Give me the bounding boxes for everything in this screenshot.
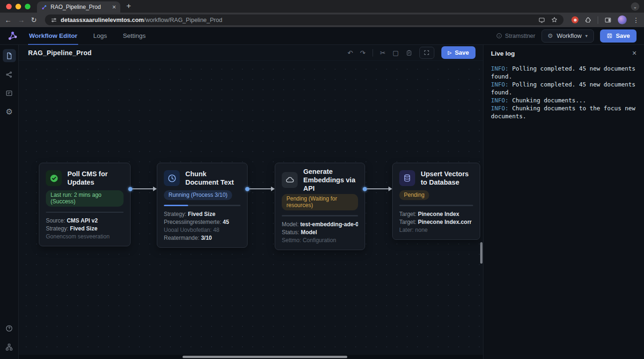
- toolbar-divider: [598, 16, 598, 24]
- node-title: Poll CMS for Updates: [67, 170, 124, 187]
- status-indicator[interactable]: Stramsttner: [496, 33, 535, 39]
- status-indicator-label: Stramsttner: [505, 33, 535, 39]
- workflow-node[interactable]: Upsert Vectors to DatabasePendingTarget:…: [392, 163, 480, 240]
- redo-icon[interactable]: ↷: [360, 50, 366, 56]
- check-circle-icon: [46, 170, 62, 186]
- connector-port-dot[interactable]: [245, 187, 249, 191]
- tab-favicon-icon: [41, 4, 47, 10]
- sidebar-item-integrations[interactable]: [3, 340, 16, 353]
- extensions-puzzle-icon[interactable]: [585, 16, 592, 23]
- browser-tab[interactable]: RAO_Pipeline_Prod ×: [37, 1, 120, 13]
- sidebar-item-flows[interactable]: [3, 68, 16, 81]
- document-icon: [5, 52, 13, 60]
- node-detail-row: Source: CMS API v2: [46, 217, 124, 224]
- connector-arrow-icon: [388, 187, 392, 191]
- node-detail-row: Precessiingrestemerte: 45: [164, 219, 241, 226]
- node-detail-row: Strategy: Fived Size: [164, 211, 241, 218]
- canvas-save-button[interactable]: ▷ Save: [441, 46, 476, 59]
- connector-port-dot[interactable]: [128, 187, 132, 191]
- reload-icon[interactable]: ↻: [31, 16, 37, 23]
- node-progress-fill: [164, 205, 188, 206]
- workflow-gear-icon: ⚙: [548, 33, 553, 39]
- workflow-title: RAG_Pipeline_Prod: [28, 49, 92, 57]
- sidebar-item-settings[interactable]: ⚙: [3, 105, 16, 118]
- tab-search-button[interactable]: ⌄: [631, 2, 639, 11]
- connector-arrow-icon: [153, 187, 157, 191]
- toolbar-divider: [373, 49, 373, 57]
- tab-settings[interactable]: Settings: [122, 27, 147, 45]
- node-detail-row: Status: Model: [282, 229, 358, 236]
- vertical-scrollbar-thumb[interactable]: [480, 242, 483, 264]
- node-detail-row: Model: test-embedding-ade-002: [282, 221, 358, 228]
- workflow-menu-label: Workflow: [556, 32, 581, 39]
- gear-icon: ⚙: [6, 108, 13, 116]
- cut-icon[interactable]: ✂: [380, 50, 386, 56]
- sidebar-item-documents[interactable]: [3, 49, 16, 62]
- live-log-panel: Live log × INFO: Polling completed. 45 n…: [483, 45, 644, 359]
- chevron-down-icon: ▾: [585, 33, 588, 38]
- tab-logs[interactable]: Logs: [92, 27, 108, 45]
- workflow-node[interactable]: Chunk Document TextRunning (Process 3/10…: [157, 163, 248, 248]
- save-icon: [607, 33, 613, 39]
- node-detail-row: Settmo: Configuration: [282, 237, 358, 244]
- workflow-menu-button[interactable]: ⚙ Workflow ▾: [542, 29, 594, 43]
- site-info-icon[interactable]: [51, 17, 57, 23]
- node-detail-row: Gonencsom sesveeration: [46, 233, 124, 240]
- canvas-toolbar: RAG_Pipeline_Prod ↶ ↷ ✂ ▢ ▷ Save: [19, 45, 483, 61]
- node-details: Source: CMS API v2Strategy: Fived SizeGo…: [46, 217, 124, 240]
- fit-view-button[interactable]: [419, 47, 434, 59]
- close-icon[interactable]: ×: [632, 50, 637, 57]
- node-detail-row: Target: Pinecone Index: [399, 211, 473, 218]
- play-icon: ▷: [448, 50, 452, 55]
- node-detail-row: Strategy: Fived Size: [46, 225, 124, 232]
- fit-view-icon: [424, 50, 430, 56]
- canvas-body[interactable]: Poll CMS for UpdatesLast run: 2 mins ago…: [19, 61, 483, 359]
- forward-icon[interactable]: →: [18, 16, 25, 23]
- node-title: Generate Embeddings via API: [303, 167, 358, 193]
- node-status-badge: Pending (Waiting for resources): [282, 194, 358, 210]
- window-controls: [0, 4, 37, 13]
- tab-cast-icon[interactable]: [538, 16, 545, 23]
- header-save-button[interactable]: Save: [600, 29, 637, 43]
- browser-menu-icon[interactable]: ⋮: [633, 16, 639, 24]
- side-panel-icon[interactable]: [604, 16, 612, 24]
- undo-icon[interactable]: ↶: [347, 50, 353, 56]
- log-entry: INFO: Chunking documents to the focus ne…: [491, 104, 637, 120]
- back-icon[interactable]: ←: [5, 16, 12, 23]
- app-logo-icon[interactable]: [7, 27, 18, 44]
- log-entries: INFO: Polling completed. 45 new document…: [483, 62, 644, 123]
- node-detail-row: Target: Pinecone Index.corr: [399, 219, 473, 226]
- tab-close-icon[interactable]: ×: [112, 4, 116, 10]
- tab-workflow-editor[interactable]: Workflow Editor: [28, 27, 78, 45]
- node-detail-row: Reatermande: 3/10: [164, 235, 241, 242]
- profile-avatar[interactable]: [618, 15, 627, 24]
- minimize-window-button[interactable]: [15, 4, 21, 9]
- canvas-save-label: Save: [455, 49, 469, 56]
- frame-icon[interactable]: ▢: [393, 50, 399, 56]
- node-status-badge: Running (Process 3/10): [164, 190, 232, 200]
- log-entry: INFO: Polling completed. 45 new document…: [491, 80, 637, 96]
- adblock-extension-icon[interactable]: [571, 16, 578, 23]
- connector-port-dot[interactable]: [363, 187, 367, 191]
- sidebar-item-panel[interactable]: [3, 86, 16, 100]
- header-save-label: Save: [616, 32, 630, 39]
- node-title: Chunk Document Text: [185, 170, 241, 187]
- node-connector: [248, 187, 275, 191]
- workflow-node[interactable]: Poll CMS for UpdatesLast run: 2 mins ago…: [39, 163, 131, 246]
- log-entry: INFO: Polling completed. 45 new document…: [491, 65, 637, 80]
- horizontal-scrollbar-thumb[interactable]: [183, 356, 347, 358]
- close-window-button[interactable]: [6, 4, 12, 9]
- address-bar[interactable]: detaassxaarulinelevmtos.com/workflow/RAG…: [45, 14, 564, 25]
- bookmark-star-icon[interactable]: [551, 16, 558, 23]
- new-tab-button[interactable]: +: [120, 1, 131, 13]
- node-detail-row: Uooal Uovbofetlan: 48: [164, 227, 241, 234]
- workflow-node[interactable]: Generate Embeddings via APIPending (Wait…: [275, 163, 365, 250]
- sidebar-item-help[interactable]: [3, 322, 16, 335]
- maximize-window-button[interactable]: [25, 4, 30, 9]
- url-text: detaassxaarulinelevmtos.com/workflow/RAG…: [61, 17, 222, 23]
- left-sidebar: ⚙: [0, 45, 19, 359]
- node-details: Strategy: Fived SizePrecessiingrestemert…: [164, 211, 241, 242]
- workflow-canvas: RAG_Pipeline_Prod ↶ ↷ ✂ ▢ ▷ Save: [19, 45, 483, 359]
- browser-toolbar: ← → ↻ detaassxaarulinelevmtos.com/workfl…: [0, 13, 644, 27]
- clipboard-icon[interactable]: [406, 50, 412, 56]
